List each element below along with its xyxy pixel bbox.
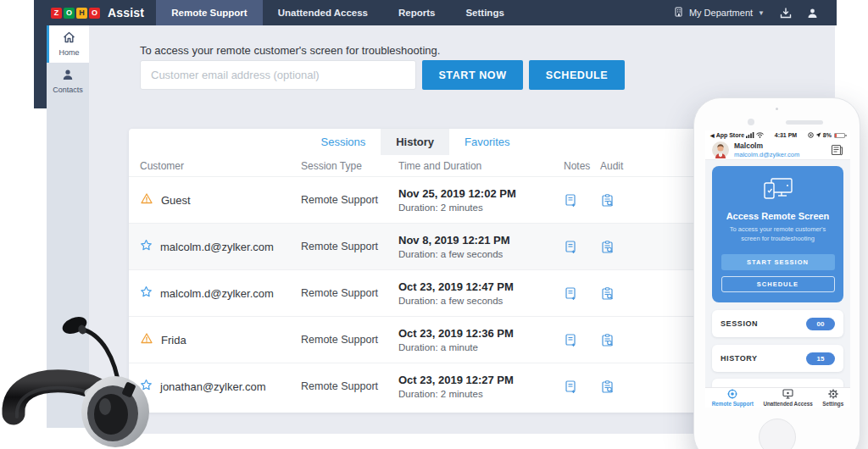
notes-icon[interactable]: [564, 240, 600, 254]
phone-profile-row[interactable]: Malcolm malcolm.d@zylker.com: [705, 140, 850, 160]
session-stat-row[interactable]: SESSION 00: [712, 310, 843, 337]
partial-stat-row: [712, 379, 843, 387]
phone-sensor-dot: [776, 108, 778, 110]
status-left-label: App Store: [716, 132, 744, 138]
nav-tab-remote-support[interactable]: Remote Support: [156, 0, 262, 25]
battery-percent: 8%: [823, 132, 832, 138]
sessions-card-tabs: Sessions History Favorites: [129, 129, 702, 155]
audit-icon[interactable]: [600, 333, 691, 347]
wifi-icon: [756, 132, 764, 138]
nav-tab-reports[interactable]: Reports: [383, 0, 450, 25]
session-type: Remote Support: [301, 241, 398, 252]
news-icon[interactable]: [831, 144, 843, 156]
phone-screen: ◀ App Store 4:31 PM 8% Malcolm malcolm.d…: [705, 130, 850, 407]
audit-icon[interactable]: [600, 286, 691, 301]
schedule-button[interactable]: SCHEDULE: [529, 60, 625, 90]
phone-card-subtitle: To access your remote customer's screen …: [721, 225, 835, 244]
tab-favorites[interactable]: Favorites: [449, 129, 525, 155]
home-icon: [63, 31, 75, 45]
left-dark-accent: [34, 25, 47, 108]
profile-email: malcolm.d@zylker.com: [734, 151, 799, 158]
notes-icon[interactable]: [564, 286, 600, 301]
audit-icon[interactable]: [600, 193, 691, 208]
audit-icon[interactable]: [600, 380, 691, 394]
phone-home-button[interactable]: [759, 419, 796, 449]
session-count-badge: 00: [806, 318, 835, 330]
notes-icon[interactable]: [564, 380, 600, 394]
session-duration: Duration: a few seconds: [398, 296, 564, 306]
start-session-button[interactable]: START SESSION: [721, 254, 835, 270]
zoho-logo-letter: Z: [51, 8, 62, 19]
department-selector[interactable]: My Department ▼: [674, 7, 765, 19]
phone-tab-label: Settings: [822, 401, 843, 407]
user-icon[interactable]: [807, 8, 818, 19]
remote-support-icon: [727, 389, 737, 399]
history-stat-row[interactable]: HISTORY 15: [712, 345, 843, 372]
phone-tab-settings[interactable]: Settings: [822, 389, 843, 407]
session-type: Remote Support: [301, 287, 398, 299]
remote-devices-icon: [761, 177, 795, 201]
back-to-app-icon: ◀: [710, 132, 715, 138]
monitor-icon: [782, 389, 793, 399]
table-row[interactable]: Guest Remote Support Nov 25, 2019 12:02 …: [129, 176, 702, 223]
sidebar-item-label: Contacts: [53, 86, 83, 94]
session-type: Remote Support: [301, 334, 398, 346]
session-type: Remote Support: [301, 380, 398, 392]
table-row[interactable]: malcolm.d@zylker.com Remote Support Oct …: [129, 269, 702, 316]
sidebar-item-label: Home: [58, 48, 79, 57]
session-duration: Duration: 2 minutes: [398, 389, 564, 399]
sessions-card: Sessions History Favorites Customer Sess…: [129, 129, 702, 413]
start-now-button[interactable]: START NOW: [422, 60, 523, 90]
history-count-badge: 15: [806, 352, 835, 365]
table-row[interactable]: Frida Remote Support Oct 23, 2019 12:36 …: [129, 316, 702, 363]
session-time: Oct 23, 2019 12:36 PM: [398, 327, 564, 340]
customer-email-input[interactable]: [140, 60, 416, 90]
access-remote-screen-card: Access Remote Screen To access your remo…: [712, 166, 843, 302]
contacts-person-icon: [62, 69, 74, 82]
cell-signal-icon: [746, 132, 754, 138]
session-duration: Duration: a few seconds: [398, 249, 564, 259]
col-header-notes: Notes: [564, 160, 600, 172]
table-row[interactable]: jonathan@zylker.com Remote Support Oct 2…: [129, 363, 702, 409]
col-header-customer: Customer: [140, 160, 301, 172]
favorite-star-icon: [140, 239, 153, 254]
phone-tab-bar: Remote Support Unattended Access Setting…: [705, 387, 850, 407]
tab-history[interactable]: History: [381, 129, 449, 155]
session-time: Nov 25, 2019 12:02 PM: [398, 187, 564, 200]
tab-sessions[interactable]: Sessions: [305, 129, 381, 155]
headset-photo: [0, 305, 170, 449]
zoho-assist-logo[interactable]: Z O H O Assist: [34, 0, 156, 25]
phone-speaker: [786, 120, 823, 125]
notes-icon[interactable]: [564, 333, 600, 347]
session-time: Oct 23, 2019 12:47 PM: [398, 280, 564, 293]
gear-icon: [828, 389, 838, 399]
zoho-logo-letter: H: [76, 8, 87, 19]
table-row[interactable]: malcolm.d@zylker.com Remote Support Nov …: [129, 223, 702, 269]
department-building-icon: [674, 7, 684, 19]
department-label: My Department: [689, 8, 753, 18]
phone-schedule-button[interactable]: SCHEDULE: [721, 276, 835, 292]
chevron-down-icon: ▼: [758, 9, 765, 17]
customer-name: jonathan@zylker.com: [160, 380, 265, 393]
sidebar-item-home[interactable]: Home: [47, 25, 89, 63]
session-type: Remote Support: [301, 194, 398, 206]
mobile-phone-mockup: ◀ App Store 4:31 PM 8% Malcolm malcolm.d…: [693, 97, 860, 449]
phone-screen-body: Access Remote Screen To access your remo…: [705, 160, 850, 387]
table-header-row: Customer Session Type Time and Duration …: [129, 155, 702, 176]
orientation-lock-icon: [808, 132, 814, 138]
col-header-session-type: Session Type: [301, 160, 398, 172]
nav-tab-settings[interactable]: Settings: [450, 0, 519, 25]
sidebar-item-contacts[interactable]: Contacts: [47, 63, 89, 100]
status-time: 4:31 PM: [775, 132, 797, 138]
avatar: [712, 141, 729, 158]
col-header-time-duration: Time and Duration: [398, 160, 564, 172]
zoho-logo-letter: O: [89, 8, 100, 19]
download-icon[interactable]: [780, 8, 792, 19]
phone-tab-unattended-access[interactable]: Unattended Access: [763, 389, 812, 407]
audit-icon[interactable]: [600, 240, 691, 254]
notes-icon[interactable]: [564, 193, 600, 208]
intro-text: To access your remote customer's screen …: [140, 44, 440, 57]
phone-tab-remote-support[interactable]: Remote Support: [712, 389, 754, 407]
customer-name: malcolm.d@zylker.com: [160, 241, 274, 253]
nav-tab-unattended-access[interactable]: Unattended Access: [263, 0, 383, 25]
